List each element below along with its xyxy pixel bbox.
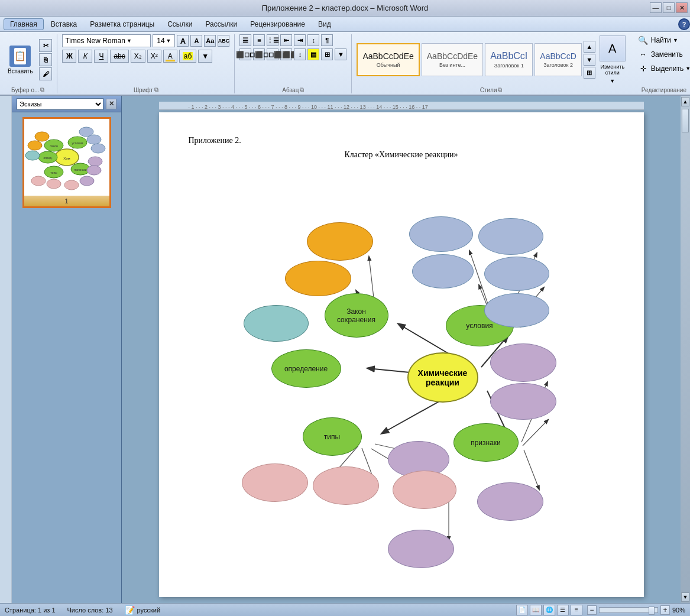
- styles-scroll-down[interactable]: ▼: [584, 54, 595, 66]
- sidebar-close-button[interactable]: ✕: [106, 99, 116, 109]
- styles-scroll-up[interactable]: ▲: [584, 41, 595, 53]
- underline-button[interactable]: Ч: [94, 50, 108, 63]
- strikethrough-button[interactable]: abc: [110, 50, 128, 63]
- clipboard-buttons: 📋 Вставить ✂ ⎘ 🖌: [4, 34, 52, 85]
- style-normal[interactable]: AaBbCcDdEе Обычный: [357, 43, 419, 76]
- change-styles-button[interactable]: A: [600, 35, 626, 61]
- vertical-scrollbar[interactable]: ▲ ▼: [681, 96, 690, 603]
- menu-view[interactable]: Вид: [312, 19, 337, 30]
- minimize-button[interactable]: —: [650, 2, 662, 13]
- copy-button[interactable]: ⎘: [39, 53, 52, 66]
- style-heading1-label: Заголовок 1: [494, 63, 524, 69]
- print-layout-button[interactable]: 📄: [516, 605, 528, 615]
- subscript-button[interactable]: X₂: [131, 50, 145, 63]
- style-heading1-sample: AaBbCcI: [490, 51, 527, 61]
- outline-button[interactable]: ☰: [557, 605, 569, 615]
- line-spacing-button[interactable]: ↕: [294, 48, 306, 60]
- font-decrease-button[interactable]: A: [190, 35, 202, 47]
- document-area[interactable]: · 1 · · · 2 · · · 3 · · · 4 · · · 5 · · …: [122, 96, 681, 603]
- numbered-list-button[interactable]: ≡: [253, 34, 265, 46]
- paste-icon-inner: 📋: [14, 48, 26, 64]
- select-label[interactable]: Выделить: [651, 64, 683, 73]
- draft-button[interactable]: ≡: [571, 605, 582, 615]
- sidebar-type-dropdown[interactable]: Эскизы Структура: [17, 98, 103, 110]
- language-status: 📝 русский: [125, 605, 160, 615]
- styles-label-text: Стили: [480, 87, 497, 93]
- multilevel-list-button[interactable]: ⋮☰: [267, 34, 278, 46]
- styles-label: Стили ⧉: [357, 86, 625, 93]
- menu-layout[interactable]: Разметка страницы: [84, 19, 160, 30]
- svg-line-44: [524, 450, 539, 489]
- borders-button[interactable]: ⊞: [321, 48, 333, 60]
- abc-button[interactable]: ABC: [218, 35, 229, 47]
- cut-button[interactable]: ✂: [39, 39, 52, 52]
- scrollbar-up-button[interactable]: ▲: [681, 97, 689, 106]
- italic-button[interactable]: К: [78, 50, 92, 63]
- increase-indent-button[interactable]: ⇥: [294, 34, 306, 46]
- replace-label[interactable]: Заменить: [651, 50, 683, 59]
- style-heading2[interactable]: AaBbCcD Заголовок 2: [534, 43, 581, 76]
- menu-mailings[interactable]: Рассылки: [199, 19, 243, 30]
- sort-button[interactable]: ↕: [307, 34, 319, 46]
- zoom-level[interactable]: 90%: [672, 607, 685, 614]
- paste-label: Вставить: [8, 68, 33, 74]
- font-expand-icon[interactable]: ⧉: [154, 86, 158, 93]
- clipboard-expand-icon[interactable]: ⧉: [40, 86, 44, 93]
- bullets-button[interactable]: ☰: [239, 34, 251, 46]
- document-title: Приложение 2.: [189, 136, 614, 145]
- zoom-out-button[interactable]: −: [587, 605, 597, 615]
- pink1-node: [242, 463, 308, 502]
- style-no-spacing-label: Без инте...: [439, 62, 465, 68]
- shading-button[interactable]: ▤: [307, 48, 319, 60]
- menu-home[interactable]: Главная: [4, 18, 44, 30]
- paragraph-expand-icon[interactable]: ⧉: [300, 86, 304, 93]
- menu-references[interactable]: Ссылки: [161, 19, 198, 30]
- page-thumbnail[interactable]: Хим Закон условия опред. типы признаки: [22, 117, 111, 208]
- style-no-spacing[interactable]: AaBbCcDdEе Без инте...: [422, 43, 483, 76]
- clear-format-button[interactable]: Аа: [204, 35, 216, 47]
- style-heading1[interactable]: AaBbCcI Заголовок 1: [485, 43, 533, 76]
- format-painter-button[interactable]: 🖌: [39, 67, 52, 80]
- font-size-dropdown[interactable]: 14 ▼: [153, 34, 175, 47]
- superscript-button[interactable]: X²: [147, 50, 161, 63]
- find-dropdown[interactable]: ▼: [673, 37, 678, 43]
- paste-icon: 📋: [9, 46, 31, 67]
- scrollbar-thumb[interactable]: [682, 109, 689, 132]
- find-icon: 🔍: [637, 34, 649, 46]
- font-name-dropdown[interactable]: Times New Roman ▼: [62, 34, 151, 47]
- zoom-slider-thumb[interactable]: [649, 607, 655, 615]
- font-increase-button[interactable]: A: [177, 35, 189, 47]
- blue5-node: [484, 293, 549, 328]
- blue4-node: [484, 257, 549, 291]
- full-reading-button[interactable]: 📖: [530, 605, 542, 615]
- text-color-button[interactable]: А: [163, 50, 177, 63]
- find-label[interactable]: Найти: [651, 36, 671, 44]
- menu-review[interactable]: Рецензирование: [244, 19, 311, 30]
- help-button[interactable]: ?: [678, 18, 690, 30]
- justify-button[interactable]: ⬛⬛⬛: [280, 48, 292, 60]
- zoom-slider[interactable]: [599, 607, 658, 613]
- select-dropdown[interactable]: ▼: [685, 66, 690, 72]
- web-layout-button[interactable]: 🌐: [543, 605, 555, 615]
- highlight-button[interactable]: аб: [179, 50, 197, 63]
- font-color-dropdown[interactable]: ▼: [198, 50, 212, 63]
- usloviya-label: условия: [466, 322, 493, 330]
- status-bar: Страница: 1 из 1 Число слов: 13 📝 русски…: [0, 603, 690, 616]
- pink3-node: [393, 471, 456, 509]
- document-page: Приложение 2. Кластер «Химические реакци…: [159, 112, 644, 597]
- styles-expand-icon[interactable]: ⧉: [498, 86, 502, 93]
- menu-insert[interactable]: Вставка: [45, 19, 83, 30]
- close-button[interactable]: ✕: [676, 2, 688, 13]
- show-marks-button[interactable]: ¶: [321, 34, 333, 46]
- styles-more[interactable]: ⊞: [584, 67, 595, 79]
- scrollbar-down-button[interactable]: ▼: [681, 592, 689, 602]
- maximize-button[interactable]: □: [663, 2, 675, 13]
- decrease-indent-button[interactable]: ⇤: [280, 34, 292, 46]
- clipboard-label: Буфер о... ⧉: [4, 86, 52, 93]
- paste-button[interactable]: 📋 Вставить: [4, 44, 37, 76]
- change-styles-dropdown[interactable]: ▼: [610, 78, 615, 84]
- bold-button[interactable]: Ж: [62, 50, 76, 63]
- sidebar-scroll-area[interactable]: Хим Закон условия опред. типы признаки: [12, 112, 121, 603]
- zoom-in-button[interactable]: +: [660, 605, 670, 615]
- borders-dropdown[interactable]: ▼: [335, 48, 346, 60]
